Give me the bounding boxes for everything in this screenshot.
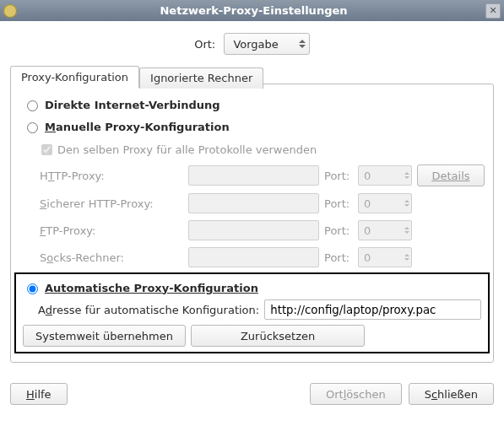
label-port-shttp: Port:	[324, 197, 353, 210]
auto-section: Automatische Proxy-Konfiguration Adresse…	[14, 272, 490, 353]
tab-ignored-hosts[interactable]: Ignorierte Rechner	[139, 67, 263, 89]
radio-direct[interactable]	[27, 100, 38, 111]
label-port-ftp: Port:	[324, 224, 353, 237]
location-label: Ort:	[194, 38, 215, 51]
location-value: Vorgabe	[233, 38, 298, 51]
input-socks-host	[188, 247, 319, 267]
radio-auto[interactable]	[27, 283, 38, 294]
reset-button[interactable]: Zurücksetzen	[191, 325, 365, 347]
tab-proxy-config[interactable]: Proxy-Konfiguration	[10, 66, 139, 88]
tabs-container: Proxy-Konfiguration Ignorierte Rechner D…	[10, 84, 494, 363]
label-port-socks: Port:	[324, 251, 353, 264]
location-selector[interactable]: Vorgabe	[224, 33, 309, 55]
label-direct: Direkte Internet-Verbindung	[45, 99, 220, 111]
label-manual: Manuelle Proxy-Konfiguration	[45, 121, 230, 133]
titlebar: Netzwerk-Proxy-Einstellungen ✕	[0, 0, 504, 21]
label-socks-host: Socks-Rechner:	[40, 251, 183, 264]
label-same-proxy: Den selben Proxy für alle Protokolle ver…	[57, 143, 317, 156]
input-http-proxy	[188, 165, 319, 186]
label-port-http: Port:	[324, 170, 353, 182]
label-secure-http: Sicherer HTTP-Proxy:	[40, 197, 183, 210]
checkbox-same-proxy	[41, 144, 52, 155]
close-icon[interactable]: ✕	[485, 3, 501, 19]
chevron-updown-icon	[299, 40, 306, 48]
details-button: Details	[417, 164, 485, 186]
delete-location-button: Ort löschen	[310, 383, 402, 405]
spin-port-http: 0	[358, 165, 412, 186]
label-auto: Automatische Proxy-Konfiguration	[45, 282, 258, 294]
radio-manual[interactable]	[27, 122, 38, 133]
apply-systemwide-button[interactable]: Systemweit übernehmen	[23, 325, 186, 347]
input-autoconfig-url[interactable]	[264, 299, 481, 320]
close-button[interactable]: Schließen	[409, 383, 494, 405]
label-http-proxy: HTTP-Proxy:	[40, 170, 183, 182]
window-title: Netzwerk-Proxy-Einstellungen	[22, 4, 485, 17]
label-ftp-proxy: FTP-Proxy:	[40, 224, 183, 237]
help-button[interactable]: Hilfe	[10, 383, 68, 405]
spin-port-ftp: 0	[358, 220, 412, 240]
app-icon	[3, 4, 17, 18]
label-autoconfig-url: Adresse für automatische Konfiguration:	[38, 304, 259, 316]
spin-port-socks: 0	[358, 247, 412, 267]
spin-port-shttp: 0	[358, 193, 412, 213]
input-ftp-proxy	[188, 220, 319, 240]
input-secure-http	[188, 193, 319, 213]
